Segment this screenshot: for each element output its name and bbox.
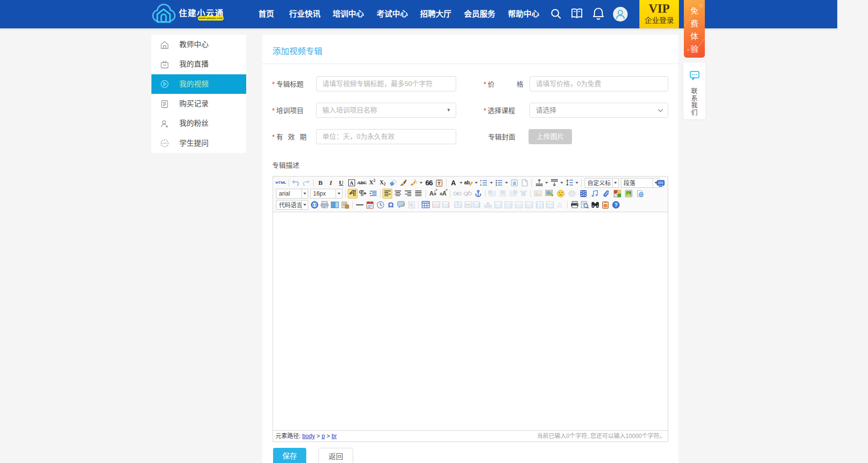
svg-text:?: ? (614, 202, 617, 208)
